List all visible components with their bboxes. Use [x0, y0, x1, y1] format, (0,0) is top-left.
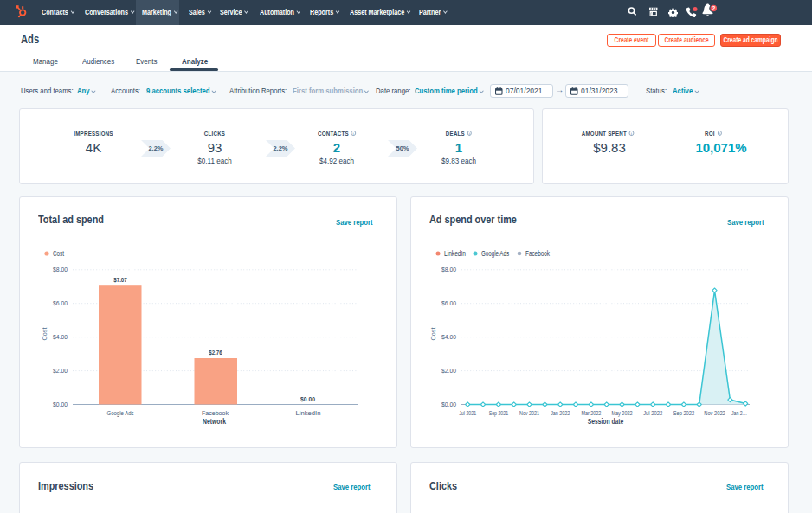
svg-text:$8.00: $8.00 [441, 266, 456, 273]
svg-text:Cost: Cost [429, 327, 437, 341]
svg-text:Nov 2021: Nov 2021 [519, 409, 539, 417]
svg-text:$6.00: $6.00 [441, 299, 456, 307]
svg-text:$2.00: $2.00 [441, 367, 456, 375]
svg-text:Sep 2022: Sep 2022 [673, 409, 695, 417]
svg-text:Cost: Cost [53, 249, 64, 258]
svg-text:Jan 2022: Jan 2022 [551, 409, 570, 417]
svg-text:$0.00: $0.00 [53, 401, 68, 408]
svg-text:Jul 2021: Jul 2021 [459, 409, 476, 417]
svg-text:$6.00: $6.00 [53, 299, 68, 307]
svg-text:Nov 2022: Nov 2022 [704, 409, 725, 417]
svg-text:$0.00: $0.00 [300, 395, 315, 403]
svg-text:$2.00: $2.00 [53, 367, 68, 375]
svg-text:Network: Network [203, 417, 226, 426]
svg-text:$4.00: $4.00 [53, 333, 68, 341]
svg-text:Facebook: Facebook [525, 249, 551, 258]
svg-text:$4.00: $4.00 [441, 333, 456, 341]
svg-text:Session date: Session date [588, 417, 624, 426]
svg-text:Sep 2021: Sep 2021 [489, 409, 509, 417]
svg-text:Mar 2022: Mar 2022 [581, 409, 601, 417]
svg-text:Google Ads: Google Ads [107, 409, 134, 417]
svg-text:Facebook: Facebook [202, 409, 229, 417]
svg-text:LinkedIn: LinkedIn [444, 249, 466, 258]
svg-text:LinkedIn: LinkedIn [296, 409, 321, 417]
svg-text:2: 2 [712, 5, 715, 11]
svg-text:Google Ads: Google Ads [481, 249, 509, 258]
svg-text:Cost: Cost [41, 327, 48, 341]
svg-text:$7.07: $7.07 [113, 276, 127, 284]
svg-text:May 2022: May 2022 [612, 409, 633, 417]
svg-text:$8.00: $8.00 [53, 266, 68, 273]
svg-text:Jul 2022: Jul 2022 [643, 409, 662, 417]
svg-text:$0.00: $0.00 [441, 401, 456, 408]
svg-text:$2.76: $2.76 [209, 349, 222, 356]
svg-text:Jan 2…: Jan 2… [731, 409, 747, 417]
